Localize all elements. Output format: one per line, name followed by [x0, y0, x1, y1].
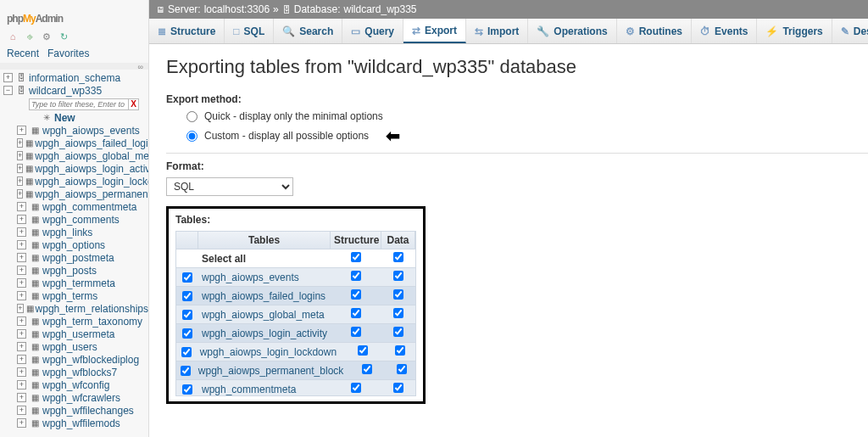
reload-icon[interactable]: ↻: [58, 31, 70, 42]
table-wpgh_comments[interactable]: +▦wpgh_comments: [2, 213, 148, 226]
db-information-schema[interactable]: +🗄information_schema: [2, 71, 148, 84]
table-wpgh_users[interactable]: +▦wpgh_users: [2, 340, 148, 353]
tab-operations[interactable]: 🔧Operations: [528, 19, 616, 43]
row-structure[interactable]: [351, 383, 361, 393]
row-structure[interactable]: [351, 327, 361, 337]
row-structure[interactable]: [351, 308, 361, 318]
row-data[interactable]: [395, 345, 405, 356]
row-structure[interactable]: [362, 364, 372, 374]
export-method-custom[interactable]: [186, 131, 198, 142]
row-select[interactable]: [182, 291, 192, 301]
table-wpgh_aiowps_events[interactable]: +▦wpgh_aiowps_events: [2, 124, 148, 137]
row-data[interactable]: [393, 327, 403, 337]
row-data[interactable]: [397, 364, 407, 374]
table-wpgh_aiowps_global_meta[interactable]: +▦wpgh_aiowps_global_meta: [2, 149, 148, 162]
expand-icon[interactable]: +: [17, 304, 24, 313]
breadcrumb-db[interactable]: wildcard_wp335: [343, 3, 416, 15]
expand-icon[interactable]: +: [17, 380, 26, 389]
tab-structure[interactable]: ≣Structure: [149, 19, 225, 43]
expand-icon[interactable]: +: [17, 355, 26, 364]
expand-icon[interactable]: +: [17, 317, 26, 326]
table-wpgh_commentmeta[interactable]: +▦wpgh_commentmeta: [2, 200, 148, 213]
table-filter-input[interactable]: [29, 98, 129, 110]
clear-filter-button[interactable]: X: [129, 98, 139, 110]
expand-icon[interactable]: +: [17, 227, 26, 237]
tab-export[interactable]: ⇄Export: [403, 19, 466, 43]
expand-icon[interactable]: +: [17, 266, 26, 275]
table-wpgh_wfcrawlers[interactable]: +▦wpgh_wfcrawlers: [2, 391, 148, 404]
table-wpgh_wffilechanges[interactable]: +▦wpgh_wffilechanges: [2, 404, 148, 417]
row-select[interactable]: [182, 328, 192, 339]
select-all-label[interactable]: Select all: [198, 250, 331, 267]
expand-icon[interactable]: +: [17, 176, 23, 186]
expand-icon[interactable]: +: [17, 367, 26, 377]
expand-icon[interactable]: +: [17, 253, 26, 262]
collapse-handle[interactable]: ∞: [0, 63, 148, 70]
table-wpgh_wffilemods[interactable]: +▦wpgh_wffilemods: [2, 417, 148, 429]
expand-icon[interactable]: +: [17, 126, 26, 135]
table-wpgh_term_relationships[interactable]: +▦wpgh_term_relationships: [2, 302, 148, 315]
expand-icon[interactable]: +: [17, 329, 26, 339]
breadcrumb-server[interactable]: localhost:3306: [204, 3, 270, 15]
expand-icon[interactable]: +: [17, 418, 26, 428]
row-structure[interactable]: [351, 271, 361, 281]
table-wpgh_wfconfig[interactable]: +▦wpgh_wfconfig: [2, 378, 148, 391]
expand-icon[interactable]: +: [17, 393, 26, 402]
home-icon[interactable]: ⌂: [7, 31, 19, 42]
tables-grid[interactable]: Tables Structure Data Select allwpgh_aio…: [175, 231, 416, 396]
tab-import[interactable]: ⇆Import: [466, 19, 528, 43]
expand-icon[interactable]: +: [17, 342, 26, 351]
tab-query[interactable]: ▭Query: [342, 19, 403, 43]
row-select[interactable]: [182, 384, 192, 395]
table-wpgh_posts[interactable]: +▦wpgh_posts: [2, 264, 148, 277]
table-row[interactable]: wpgh_aiowps_events: [176, 267, 415, 286]
tab-routines[interactable]: ⚙Routines: [617, 19, 692, 43]
table-wpgh_postmeta[interactable]: +▦wpgh_postmeta: [2, 251, 148, 264]
row-select[interactable]: [181, 366, 191, 376]
table-wpgh_wfblockediplog[interactable]: +▦wpgh_wfblockediplog: [2, 353, 148, 366]
recent-link[interactable]: Recent: [7, 48, 39, 59]
favorites-link[interactable]: Favorites: [47, 48, 89, 59]
table-row[interactable]: wpgh_aiowps_permanent_block: [176, 361, 415, 379]
expand-icon[interactable]: −: [3, 86, 13, 95]
row-select[interactable]: [182, 310, 192, 320]
row-data[interactable]: [393, 383, 403, 393]
row-structure[interactable]: [351, 289, 361, 300]
table-wpgh_options[interactable]: +▦wpgh_options: [2, 238, 148, 251]
new-table[interactable]: ✳New: [2, 111, 148, 124]
select-all-data[interactable]: [393, 252, 403, 262]
expand-icon[interactable]: +: [17, 189, 23, 199]
expand-icon[interactable]: +: [3, 73, 13, 82]
gear-icon[interactable]: ⚙: [41, 31, 53, 42]
table-wpgh_termmeta[interactable]: +▦wpgh_termmeta: [2, 277, 148, 289]
table-row[interactable]: wpgh_aiowps_login_activity: [176, 323, 415, 342]
row-select[interactable]: [181, 347, 192, 357]
table-wpgh_terms[interactable]: +▦wpgh_terms: [2, 289, 148, 302]
row-structure[interactable]: [358, 345, 368, 356]
expand-icon[interactable]: +: [17, 164, 23, 173]
tab-events[interactable]: ⏱Events: [692, 19, 757, 43]
row-data[interactable]: [393, 308, 403, 318]
row-data[interactable]: [393, 271, 403, 281]
tab-designer[interactable]: ✎Designer: [832, 19, 868, 43]
expand-icon[interactable]: +: [17, 215, 26, 224]
expand-icon[interactable]: +: [17, 291, 26, 300]
exit-icon[interactable]: ⎆: [24, 31, 36, 42]
expand-icon[interactable]: +: [17, 406, 26, 415]
expand-icon[interactable]: +: [17, 278, 26, 288]
expand-icon[interactable]: +: [17, 240, 26, 249]
expand-icon[interactable]: +: [17, 202, 26, 211]
table-wpgh_aiowps_login_activity[interactable]: +▦wpgh_aiowps_login_activity: [2, 162, 148, 175]
tab-sql[interactable]: □SQL: [225, 19, 274, 43]
table-row[interactable]: wpgh_aiowps_failed_logins: [176, 286, 415, 305]
table-row[interactable]: wpgh_commentmeta: [176, 379, 415, 396]
logo[interactable]: phpMyAdmin: [0, 0, 148, 29]
select-all-structure[interactable]: [351, 252, 361, 262]
table-wpgh_links[interactable]: +▦wpgh_links: [2, 226, 148, 238]
tab-triggers[interactable]: ⚡Triggers: [757, 19, 832, 43]
table-wpgh_aiowps_failed_logins[interactable]: +▦wpgh_aiowps_failed_logins: [2, 137, 148, 149]
table-wpgh_term_taxonomy[interactable]: +▦wpgh_term_taxonomy: [2, 315, 148, 328]
row-select[interactable]: [182, 272, 192, 283]
expand-icon[interactable]: +: [17, 151, 23, 160]
table-wpgh_usermeta[interactable]: +▦wpgh_usermeta: [2, 328, 148, 340]
